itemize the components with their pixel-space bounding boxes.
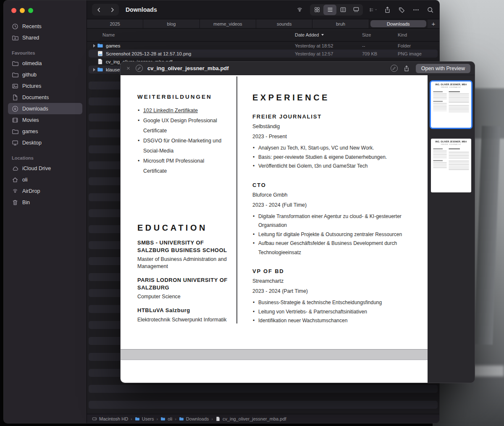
path-item-macintosh-hd[interactable]: Macintosh HD bbox=[92, 416, 128, 421]
column-view-button[interactable] bbox=[336, 5, 349, 15]
sidebar-item-games[interactable]: games bbox=[8, 126, 82, 137]
job-period: 2023 - 2024 (Full Time) bbox=[252, 202, 420, 208]
wallpaper-shape bbox=[474, 126, 500, 344]
column-header-kind[interactable]: Kind bbox=[398, 29, 407, 41]
sidebar-item-olimedia[interactable]: olimedia bbox=[8, 58, 82, 69]
icon-view-button[interactable] bbox=[310, 5, 323, 15]
path-item-downloads[interactable]: Downloads bbox=[179, 416, 209, 421]
training-item: 102 LinkedIn Zertifikate bbox=[137, 105, 223, 116]
more-options-button[interactable] bbox=[412, 6, 420, 14]
group-by-button[interactable] bbox=[369, 6, 377, 14]
trash-icon bbox=[12, 199, 18, 206]
path-item-oli[interactable]: oli bbox=[160, 416, 172, 421]
search-button[interactable] bbox=[426, 6, 434, 14]
degree-name: Master of Business Administration and Ma… bbox=[137, 256, 236, 270]
degree-name: Computer Science bbox=[137, 293, 236, 300]
sidebar-item-downloads[interactable]: Downloads bbox=[8, 103, 82, 114]
finder-tab[interactable]: bruh bbox=[312, 19, 369, 28]
job-company: Selbständig bbox=[252, 124, 420, 129]
tag-button[interactable] bbox=[398, 6, 406, 14]
gallery-view-button[interactable] bbox=[349, 5, 362, 15]
close-button[interactable] bbox=[11, 8, 16, 13]
sidebar-item-bin[interactable]: Bin bbox=[8, 197, 82, 208]
quicklook-body: WEITERBILDUNGEN 102 LinkedIn Zertifikate… bbox=[121, 75, 475, 383]
add-tab-button[interactable]: + bbox=[428, 19, 439, 28]
finder-tab[interactable]: 2025 bbox=[87, 19, 143, 28]
minimize-button[interactable] bbox=[20, 8, 25, 13]
file-row[interactable]: games Yesterday at 18:52 -- Folder bbox=[89, 42, 438, 50]
file-row-empty bbox=[89, 401, 438, 409]
sidebar-item-label: Desktop bbox=[22, 140, 42, 146]
sidebar-item-airdrop[interactable]: AirDrop bbox=[8, 185, 82, 197]
pdf-page-1: WEITERBILDUNGEN 102 LinkedIn Zertifikate… bbox=[121, 75, 428, 349]
finder-tab[interactable]: sounds bbox=[256, 19, 312, 28]
download-icon bbox=[12, 105, 18, 112]
sidebar-item-label: Recents bbox=[22, 24, 42, 29]
sidebar-item-shared[interactable]: Shared bbox=[8, 32, 82, 43]
page-thumbnail-2[interactable]: ING. OLIVER JESSNER, MBA FREIER JOURNALI… bbox=[431, 139, 471, 192]
thumbnail-subtitle: FREIER JOURNALIST bbox=[433, 87, 469, 88]
open-with-preview-button[interactable]: Open with Preview bbox=[416, 64, 470, 73]
file-row-empty bbox=[89, 393, 438, 401]
finder-tab[interactable]: meme_videos bbox=[200, 19, 256, 28]
school-name: HTBLuVA Salzburg bbox=[137, 307, 236, 314]
thumbnail-skeleton bbox=[433, 147, 469, 170]
school-name: SMBS - UNIVERSITY OF SALZBURG BUSINESS S… bbox=[137, 239, 236, 254]
finder-tab[interactable]: Downloads bbox=[370, 20, 426, 27]
sidebar-item-icloud-drive[interactable]: iCloud Drive bbox=[8, 163, 82, 174]
back-button[interactable] bbox=[93, 5, 105, 15]
file-name: Screenshot 2025-12-28 at 12.57.10.png bbox=[106, 51, 191, 56]
forward-button[interactable] bbox=[106, 5, 118, 15]
column-header-size[interactable]: Size bbox=[362, 29, 371, 41]
sidebar-item-label: Downloads bbox=[22, 106, 48, 112]
column-headers: Name Date Added Size Kind bbox=[87, 29, 439, 42]
close-icon[interactable] bbox=[125, 65, 132, 72]
page-thumbnail-1[interactable]: ING. OLIVER JESSNER, MBA FREIER JOURNALI… bbox=[431, 82, 471, 128]
sidebar-item-pictures[interactable]: Pictures bbox=[8, 80, 82, 92]
finder-tab[interactable]: blog bbox=[143, 19, 200, 28]
sidebar-item-label: Bin bbox=[22, 200, 30, 205]
column-header-name[interactable]: Name bbox=[102, 29, 115, 41]
finder-toolbar: Downloads bbox=[87, 0, 439, 19]
zoom-button[interactable] bbox=[28, 8, 33, 13]
job-bullets: Analysen zu Tech, KI, Start-ups, VC und … bbox=[252, 144, 410, 171]
bullet-item: Basis: peer-reviewte Studien & eigene Da… bbox=[252, 153, 410, 162]
disclosure-triangle-icon[interactable] bbox=[91, 44, 97, 47]
file-kind: PNG image bbox=[398, 51, 422, 56]
share-icon[interactable] bbox=[403, 64, 411, 72]
folder-icon bbox=[97, 42, 103, 49]
sidebar-item-documents[interactable]: Documents bbox=[8, 92, 82, 103]
column-header-date-added[interactable]: Date Added bbox=[295, 29, 324, 41]
page-break bbox=[121, 349, 428, 360]
folder-icon bbox=[179, 416, 184, 421]
markup-toggle-icon[interactable] bbox=[136, 65, 143, 72]
folder-icon bbox=[12, 60, 18, 67]
thumbnail-content: ING. OLIVER JESSNER, MBA FREIER JOURNALI… bbox=[431, 82, 471, 115]
list-view-button[interactable] bbox=[323, 5, 336, 15]
sidebar-item-label: github bbox=[22, 72, 37, 78]
airdrop-toolbar-icon[interactable] bbox=[296, 6, 304, 14]
quicklook-window: cv_ing_oliver_jessner_mba.pdf Open with … bbox=[120, 61, 475, 383]
thumbnail-skeleton bbox=[433, 90, 469, 113]
sidebar-item-oli[interactable]: oli bbox=[8, 174, 82, 185]
sidebar-item-label: Movies bbox=[22, 117, 39, 123]
window-title: Downloads bbox=[126, 6, 157, 13]
finder-sidebar: Recents Shared Favourites olimedia githu… bbox=[4, 0, 87, 423]
sidebar-item-label: Pictures bbox=[22, 83, 41, 89]
training-item: DSGVO für Online-Marketing und Social-Me… bbox=[137, 136, 223, 156]
sidebar-item-github[interactable]: github bbox=[8, 69, 82, 80]
disclosure-triangle-icon[interactable] bbox=[91, 68, 97, 71]
file-row[interactable]: Screenshot 2025-12-28 at 12.57.10.png Ye… bbox=[89, 50, 438, 58]
sidebar-item-desktop[interactable]: Desktop bbox=[8, 137, 82, 148]
path-item-users[interactable]: Users bbox=[135, 416, 154, 421]
sidebar-item-recents[interactable]: Recents bbox=[8, 21, 82, 32]
bullet-item: Identifikation neuer Wachstumschancen bbox=[252, 316, 410, 326]
share-button[interactable] bbox=[383, 6, 391, 14]
cloud-icon bbox=[12, 165, 18, 172]
thumbnail-content: ING. OLIVER JESSNER, MBA FREIER JOURNALI… bbox=[431, 139, 471, 172]
markup-icon[interactable] bbox=[391, 65, 398, 72]
sidebar-item-movies[interactable]: Movies bbox=[8, 114, 82, 126]
job-role: VP OF BD bbox=[252, 268, 420, 274]
path-item-file[interactable]: cv_ing_oliver_jessner_mba.pdf bbox=[215, 416, 286, 421]
document-icon bbox=[12, 94, 18, 101]
